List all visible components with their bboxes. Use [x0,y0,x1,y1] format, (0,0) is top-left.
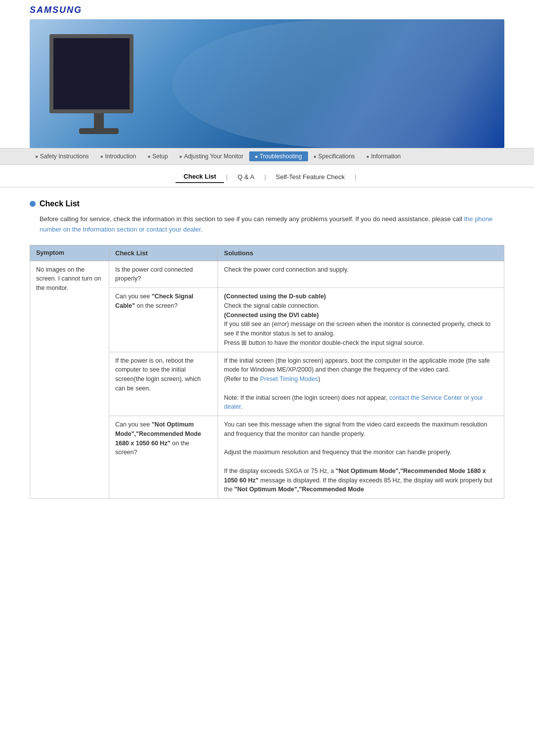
sol-bold-dsub: (Connected using the D-sub cable) [224,293,326,300]
table-header-row: Symptom Check List Solutions [30,245,504,261]
monitor-stand-neck [94,113,104,128]
sol-bold-notopt-4: "Not Optimum Mode","Recommended Mode [234,486,364,493]
checklist-cell-2: Can you see "Check Signal Cable" on the … [109,288,218,352]
checklist-cell-1: Is the power cord connected properly? [109,261,218,288]
tab-sep-3: | [353,173,358,181]
tab-sep-1: | [224,173,229,181]
checklist-cell-3: If the power is on, reboot the computer … [109,352,218,416]
sol-text-notopt-2: Adjust the maximum resolution and freque… [224,449,451,456]
sol-text-dvi: If you still see an (error) message on t… [224,321,490,346]
nav-item-troubleshooting[interactable]: Troubleshooting [249,151,308,161]
section-title: Check List [40,199,80,208]
nav-bar: Safety Instructions Introduction Setup A… [0,148,534,165]
sol-bold-dvi: (Connected using the DVI cable) [224,312,319,319]
banner-swirl [172,19,504,148]
header: SAMSUNG [0,0,534,148]
checklist-table: Symptom Check List Solutions No images o… [30,245,504,499]
sol-text-reboot-note: Note: If the initial screen (the login s… [224,394,389,401]
sol-text-reboot-note-end: . [241,403,242,410]
symptom-cell-1: No images on the screen. I cannot turn o… [30,261,109,499]
section-title-row: Check List [30,199,504,208]
monitor-stand-base [79,128,119,134]
content: Check List Before calling for service, c… [0,188,534,511]
nav-item-introduction[interactable]: Introduction [95,151,142,161]
intro-text-end: . [201,226,203,233]
nav-item-adjusting[interactable]: Adjusting Your Monitor [174,151,249,161]
intro-text-before: Before calling for service, check the in… [40,215,464,223]
samsung-logo: SAMSUNG [30,5,504,15]
checklist-cell-4: Can you see "Not Optimum Mode","Recommen… [109,416,218,499]
col-header-symptom: Symptom [30,245,109,261]
sol-text-notopt-1: You can see this message when the signal… [224,421,487,437]
sol-text-notopt-3: If the display exceeds SXGA or 75 Hz, a [224,468,336,474]
col-header-checklist: Check List [109,245,218,261]
table-row: No images on the screen. I cannot turn o… [30,261,504,288]
solutions-cell-3: If the initial screen (the login screen)… [218,352,504,416]
checklist-bold-2: "Check Signal Cable" [115,293,193,309]
preset-timing-link[interactable]: Preset Timing Modes [260,376,318,382]
tab-sep-2: | [262,173,267,181]
banner-monitor [49,34,148,143]
solutions-cell-1: Check the power cord connection and supp… [218,261,504,288]
tab-qa[interactable]: Q & A [229,171,262,183]
monitor-screen [49,34,134,113]
sol-text-reboot-2: ) [318,376,320,382]
nav-item-information[interactable]: Information [361,151,407,161]
solutions-cell-4: You can see this message when the signal… [218,416,504,499]
nav-item-specifications[interactable]: Specifications [308,151,361,161]
blue-dot-icon [30,201,36,207]
nav-item-setup[interactable]: Setup [142,151,174,161]
tab-selftest[interactable]: Self-Test Feature Check [268,171,353,183]
tabs-section: Check List | Q & A | Self-Test Feature C… [0,165,534,188]
col-header-solutions: Solutions [218,245,504,261]
checklist-bold-4: "Not Optimum Mode","Recommended Mode 168… [115,421,201,447]
intro-text: Before calling for service, check the in… [40,214,504,235]
tab-checklist[interactable]: Check List [176,171,224,183]
sol-text-dsub: Check the signal cable connection. [224,302,319,309]
banner [30,19,504,148]
nav-item-safety[interactable]: Safety Instructions [30,151,95,161]
solutions-cell-2: (Connected using the D-sub cable) Check … [218,288,504,352]
